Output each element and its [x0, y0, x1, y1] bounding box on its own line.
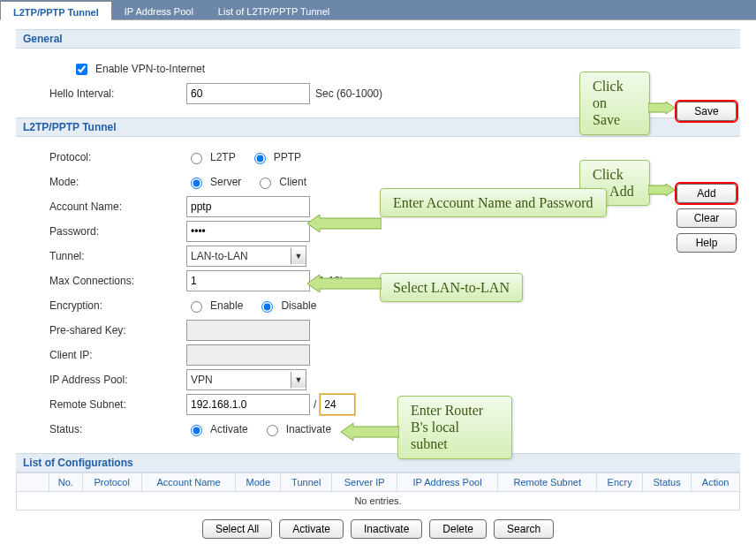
col-status: Status	[642, 473, 691, 492]
section-general: General	[16, 29, 740, 49]
clear-button[interactable]: Clear	[677, 208, 737, 228]
callout-subnet: Enter Router B's local subnet	[397, 396, 512, 459]
top-button-area: Save	[677, 102, 737, 121]
svg-marker-2	[307, 215, 382, 232]
col-server-ip: Server IP	[332, 473, 397, 492]
encryption-enable-label: Enable	[210, 299, 243, 312]
arrow-right-icon	[648, 102, 675, 114]
hello-interval-suffix: Sec (60-1000)	[315, 87, 382, 100]
psk-label: Pre-shared Key:	[49, 324, 186, 336]
no-entries-cell: No entries.	[17, 492, 740, 510]
mode-server-label: Server	[210, 176, 241, 188]
mode-client-label: Client	[279, 176, 306, 188]
chevron-down-icon: ▼	[291, 372, 306, 388]
client-ip-label: Client IP:	[49, 349, 186, 361]
hello-interval-label: Hello Interval:	[49, 87, 186, 100]
add-button[interactable]: Add	[677, 184, 737, 203]
account-name-input[interactable]	[186, 196, 310, 217]
subnet-slash: /	[314, 398, 316, 411]
encryption-disable-label: Disable	[281, 299, 316, 312]
page-content: General Enable VPN-to-Internet Hello Int…	[0, 20, 756, 552]
ip-pool-select[interactable]: VPN ▼	[186, 369, 306, 390]
config-table: No. Protocol Account Name Mode Tunnel Se…	[16, 473, 740, 510]
protocol-pptp-radio[interactable]	[254, 153, 266, 164]
protocol-pptp-label: PPTP	[274, 151, 301, 163]
ip-pool-select-value: VPN	[191, 374, 213, 386]
encryption-label: Encryption:	[49, 299, 186, 312]
section-list: List of Configurations	[16, 453, 740, 473]
password-label: Password:	[49, 225, 186, 238]
help-button[interactable]: Help	[677, 233, 737, 253]
col-no: No.	[49, 473, 83, 492]
col-tunnel: Tunnel	[281, 473, 332, 492]
arrow-left-icon	[341, 423, 399, 441]
password-input[interactable]	[186, 221, 310, 242]
ip-pool-label: IP Address Pool:	[49, 374, 186, 386]
side-button-area: Add Clear Help	[677, 184, 737, 253]
mode-label: Mode:	[49, 176, 186, 188]
remote-subnet-mask-input[interactable]	[320, 394, 355, 415]
col-mode: Mode	[236, 473, 281, 492]
arrow-left-icon	[307, 275, 382, 292]
tunnel-select[interactable]: LAN-to-LAN ▼	[186, 246, 306, 267]
arrow-left-icon	[307, 215, 382, 232]
encryption-enable-radio[interactable]	[191, 301, 202, 313]
col-encry: Encry	[597, 473, 643, 492]
psk-input	[186, 320, 310, 341]
callout-account: Enter Account Name and Password	[380, 188, 607, 217]
tab-list-of-tunnel[interactable]: List of L2TP/PPTP Tunnel	[206, 0, 342, 19]
protocol-label: Protocol:	[49, 151, 186, 163]
enable-vpn-label: Enable VPN-to-Internet	[95, 63, 205, 75]
remote-subnet-label: Remote Subnet:	[49, 398, 186, 411]
status-activate-radio[interactable]	[191, 425, 202, 436]
col-account: Account Name	[141, 473, 236, 492]
chevron-down-icon: ▼	[291, 248, 306, 264]
remote-subnet-ip-input[interactable]	[186, 394, 310, 415]
hello-interval-input[interactable]	[186, 83, 310, 104]
col-remote-subnet: Remote Subnet	[498, 473, 597, 492]
mode-server-radio[interactable]	[191, 178, 202, 189]
save-button[interactable]: Save	[677, 102, 737, 121]
svg-marker-1	[648, 184, 675, 196]
status-inactivate-radio[interactable]	[267, 425, 278, 436]
activate-button[interactable]: Activate	[279, 519, 344, 539]
col-protocol: Protocol	[82, 473, 141, 492]
search-button[interactable]: Search	[494, 519, 554, 539]
tab-strip: L2TP/PPTP Tunnel IP Address Pool List of…	[0, 0, 756, 20]
client-ip-input	[186, 344, 310, 366]
arrow-right-icon	[648, 184, 675, 196]
encryption-disable-radio[interactable]	[261, 301, 273, 313]
protocol-l2tp-label: L2TP	[210, 151, 236, 163]
col-action: Action	[692, 473, 740, 492]
callout-save: Click on Save	[579, 72, 650, 135]
inactivate-button[interactable]: Inactivate	[351, 519, 422, 539]
select-all-button[interactable]: Select All	[202, 519, 272, 539]
status-inactivate-label: Inactivate	[286, 423, 331, 435]
mode-client-radio[interactable]	[260, 178, 271, 189]
svg-marker-4	[341, 423, 399, 441]
delete-button[interactable]: Delete	[429, 519, 487, 539]
bottom-buttons: Select All Activate Inactivate Delete Se…	[16, 510, 740, 544]
tab-ip-address-pool[interactable]: IP Address Pool	[112, 0, 206, 19]
status-label: Status:	[49, 423, 186, 435]
tunnel-select-value: LAN-to-LAN	[191, 250, 248, 262]
account-name-label: Account Name:	[49, 200, 186, 213]
status-activate-label: Activate	[210, 423, 248, 435]
col-blank	[17, 473, 49, 492]
col-ip-pool: IP Address Pool	[397, 473, 498, 492]
svg-marker-3	[307, 275, 382, 292]
max-conn-input[interactable]	[186, 270, 310, 291]
max-conn-label: Max Connections:	[49, 275, 186, 287]
callout-tunnel: Select LAN-to-LAN	[380, 273, 523, 302]
enable-vpn-checkbox[interactable]	[76, 64, 87, 75]
tab-l2tp-pptp-tunnel[interactable]: L2TP/PPTP Tunnel	[0, 1, 112, 20]
tunnel-label: Tunnel:	[49, 250, 186, 262]
svg-marker-0	[648, 102, 675, 114]
protocol-l2tp-radio[interactable]	[191, 153, 202, 164]
